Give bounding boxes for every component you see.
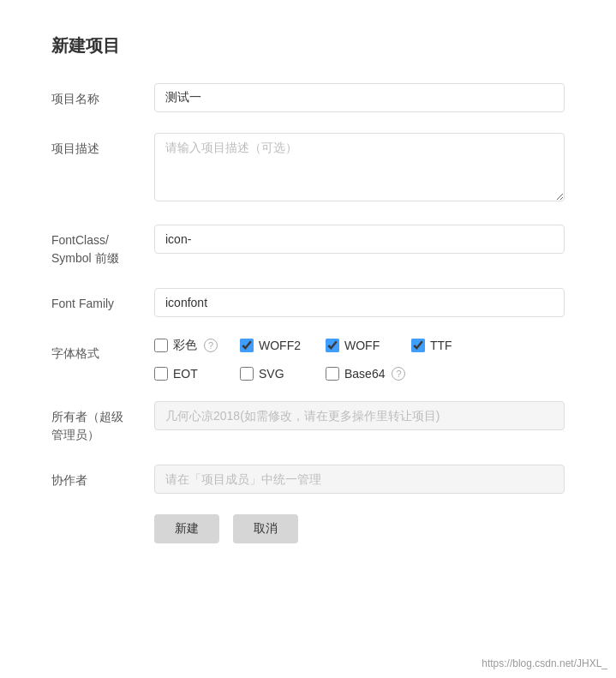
checkbox-woff2[interactable] bbox=[240, 339, 254, 352]
form-row-project-name: 项目名称 bbox=[51, 83, 565, 112]
cancel-button[interactable]: 取消 bbox=[233, 514, 298, 543]
label-font-family: Font Family bbox=[51, 288, 154, 313]
form-row-owner: 所有者（超级 管理员） bbox=[51, 401, 565, 444]
help-icon-base64[interactable]: ? bbox=[392, 367, 405, 381]
checkbox-row-1: 彩色 ? WOFF2 WOFF TTF bbox=[154, 338, 565, 353]
checkbox-eot-label: EOT bbox=[173, 367, 198, 381]
help-icon-color[interactable]: ? bbox=[204, 339, 218, 352]
checkbox-woff-label: WOFF bbox=[344, 339, 380, 352]
checkbox-ttf-label: TTF bbox=[430, 339, 452, 352]
checkbox-woff[interactable] bbox=[326, 339, 339, 352]
control-font-family bbox=[154, 288, 565, 317]
owner-input bbox=[154, 401, 565, 430]
checkbox-color[interactable] bbox=[154, 339, 168, 352]
checkbox-item-woff2[interactable]: WOFF2 bbox=[240, 338, 308, 353]
control-fontclass bbox=[154, 225, 565, 254]
page-title: 新建项目 bbox=[51, 34, 565, 57]
project-desc-input[interactable] bbox=[154, 133, 565, 201]
form-row-collaborator: 协作者 bbox=[51, 465, 565, 494]
label-project-desc: 项目描述 bbox=[51, 133, 154, 158]
checkbox-item-base64[interactable]: Base64 ? bbox=[326, 367, 405, 381]
watermark: https://blog.csdn.net/JHXL_ bbox=[481, 657, 607, 669]
checkbox-item-woff[interactable]: WOFF bbox=[326, 338, 394, 353]
control-font-format: 彩色 ? WOFF2 WOFF TTF bbox=[154, 338, 565, 381]
label-collaborator: 协作者 bbox=[51, 465, 154, 489]
page-container: 新建项目 项目名称 项目描述 FontClass/ Symbol 前缀 Font… bbox=[0, 0, 616, 578]
checkbox-woff2-label: WOFF2 bbox=[259, 339, 301, 352]
checkbox-svg-label: SVG bbox=[259, 367, 284, 381]
checkbox-base64[interactable] bbox=[326, 367, 339, 381]
label-font-format: 字体格式 bbox=[51, 338, 154, 363]
checkbox-base64-label: Base64 bbox=[344, 367, 385, 381]
control-project-desc bbox=[154, 133, 565, 204]
fontclass-input[interactable] bbox=[154, 225, 565, 254]
checkbox-svg[interactable] bbox=[240, 367, 254, 381]
checkbox-row-2: EOT SVG Base64 ? bbox=[154, 367, 565, 381]
control-collaborator bbox=[154, 465, 565, 494]
checkbox-eot[interactable] bbox=[154, 367, 168, 381]
label-owner: 所有者（超级 管理员） bbox=[51, 401, 154, 444]
font-family-input[interactable] bbox=[154, 288, 565, 317]
checkbox-color-label: 彩色 bbox=[173, 338, 197, 353]
button-row: 新建 取消 bbox=[51, 514, 565, 543]
collaborator-input bbox=[154, 465, 565, 494]
checkbox-item-svg[interactable]: SVG bbox=[240, 367, 308, 381]
label-fontclass: FontClass/ Symbol 前缀 bbox=[51, 225, 154, 267]
control-owner bbox=[154, 401, 565, 430]
form-row-project-desc: 项目描述 bbox=[51, 133, 565, 204]
form-row-fontclass: FontClass/ Symbol 前缀 bbox=[51, 225, 565, 267]
form-row-font-family: Font Family bbox=[51, 288, 565, 317]
project-name-input[interactable] bbox=[154, 83, 565, 112]
checkbox-group: 彩色 ? WOFF2 WOFF TTF bbox=[154, 338, 565, 381]
checkbox-ttf[interactable] bbox=[411, 339, 425, 352]
form-row-font-format: 字体格式 彩色 ? WOFF2 WOFF bbox=[51, 338, 565, 381]
label-project-name: 项目名称 bbox=[51, 83, 154, 108]
checkbox-item-color[interactable]: 彩色 ? bbox=[154, 338, 223, 353]
control-project-name bbox=[154, 83, 565, 112]
checkbox-item-eot[interactable]: EOT bbox=[154, 367, 223, 381]
checkbox-item-ttf[interactable]: TTF bbox=[411, 338, 480, 353]
create-button[interactable]: 新建 bbox=[154, 514, 219, 543]
